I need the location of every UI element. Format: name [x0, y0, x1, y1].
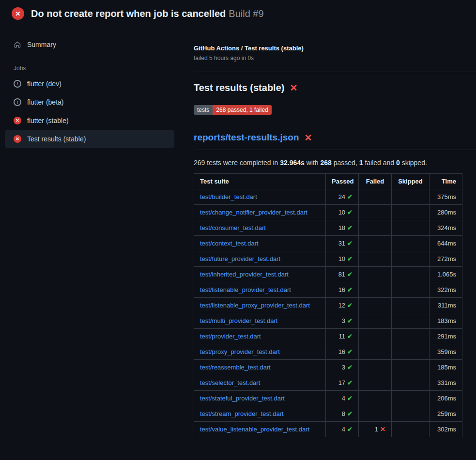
- suite-link[interactable]: test/consumer_test.dart: [200, 224, 266, 231]
- suite-link[interactable]: test/change_notifier_provider_test.dart: [200, 209, 307, 216]
- report-file-link[interactable]: reports/test-results.json: [194, 132, 299, 143]
- sidebar-job-item[interactable]: !flutter (beta): [5, 93, 174, 111]
- failed-cell: [359, 360, 392, 375]
- skipped-cell: [392, 329, 430, 344]
- suite-cell: test/inherited_provider_test.dart: [194, 267, 326, 282]
- table-row: test/selector_test.dart17✔331ms: [194, 375, 462, 391]
- failed-cell: [359, 298, 392, 313]
- job-label: flutter (dev): [27, 80, 61, 88]
- failed-cell: [359, 375, 392, 391]
- passed-cell: 31✔: [326, 236, 359, 251]
- failed-cell: [359, 267, 392, 282]
- check-icon: ✔: [347, 426, 353, 433]
- page-title: Do not create report when job is cancell…: [31, 8, 264, 19]
- table-row: test/listenable_provider_test.dart16✔322…: [194, 282, 462, 298]
- sidebar-job-item[interactable]: !flutter (dev): [5, 75, 174, 93]
- check-icon: ✔: [347, 271, 353, 278]
- sidebar-job-item[interactable]: ✕Test results (stable): [5, 130, 174, 148]
- failed-status-icon: ✕: [12, 7, 24, 20]
- report-heading-wrap: reports/test-results.json ✕: [194, 132, 476, 150]
- passed-cell: 17✔: [326, 375, 359, 391]
- job-label: Test results (stable): [27, 135, 86, 143]
- table-row: test/consumer_test.dart18✔324ms: [194, 220, 462, 236]
- failed-cell: [359, 251, 392, 267]
- sidebar-item-summary[interactable]: Summary: [5, 37, 174, 52]
- sidebar-job-item[interactable]: ✕flutter (stable): [5, 111, 174, 130]
- suite-cell: test/stateful_provider_test.dart: [194, 391, 326, 406]
- suite-link[interactable]: test/context_test.dart: [200, 240, 259, 247]
- job-label: flutter (beta): [27, 98, 63, 106]
- test-results-table: Test suite Passed Failed Skipped Time te…: [194, 173, 462, 437]
- suite-link[interactable]: test/multi_provider_test.dart: [200, 317, 277, 324]
- suite-link[interactable]: test/reassemble_test.dart: [200, 364, 271, 371]
- failed-cell: [359, 205, 392, 220]
- passed-cell: 3✔: [326, 360, 359, 375]
- time-cell: 644ms: [430, 236, 462, 251]
- suite-link[interactable]: test/provider_test.dart: [200, 333, 261, 340]
- passed-cell: 16✔: [326, 282, 359, 298]
- passed-cell: 16✔: [326, 344, 359, 360]
- suite-cell: test/proxy_provider_test.dart: [194, 344, 326, 360]
- suite-cell: test/listenable_proxy_provider_test.dart: [194, 298, 326, 313]
- suite-cell: test/reassemble_test.dart: [194, 360, 326, 375]
- failed-cell: 1✕: [359, 422, 392, 437]
- col-header-passed: Passed: [326, 174, 359, 189]
- time-cell: 324ms: [430, 220, 462, 236]
- skipped-cell: [392, 344, 430, 360]
- table-header-row: Test suite Passed Failed Skipped Time: [194, 174, 462, 189]
- report-heading: reports/test-results.json ✕: [194, 132, 476, 143]
- suite-cell: test/context_test.dart: [194, 236, 326, 251]
- suite-cell: test/change_notifier_provider_test.dart: [194, 205, 326, 220]
- check-icon: ✔: [347, 224, 353, 231]
- run-status-line: failed 5 hours ago in 0s: [194, 55, 461, 61]
- section-heading: Test results (stable) ✕: [194, 82, 461, 93]
- skipped-cell: [392, 406, 430, 422]
- check-icon: ✔: [347, 240, 353, 247]
- suite-link[interactable]: test/listenable_provider_test.dart: [200, 286, 291, 293]
- suite-link[interactable]: test/listenable_proxy_provider_test.dart: [200, 302, 310, 309]
- suite-link[interactable]: test/inherited_provider_test.dart: [200, 271, 289, 278]
- passed-cell: 18✔: [326, 220, 359, 236]
- sidebar: Summary Jobs !flutter (dev)!flutter (bet…: [0, 26, 182, 148]
- badge-value: 268 passed, 1 failed: [213, 105, 271, 115]
- suite-link[interactable]: test/stateful_provider_test.dart: [200, 395, 285, 402]
- skipped-cell: [392, 220, 430, 236]
- check-icon: ✔: [347, 379, 353, 386]
- failed-cell: [359, 313, 392, 329]
- skipped-cell: [392, 205, 430, 220]
- badge-label: tests: [194, 105, 213, 115]
- sidebar-summary-label: Summary: [27, 41, 56, 48]
- failed-cell: [359, 406, 392, 422]
- suite-cell: test/multi_provider_test.dart: [194, 313, 326, 329]
- suite-link[interactable]: test/proxy_provider_test.dart: [200, 348, 280, 355]
- section-title: Test results (stable): [194, 82, 284, 93]
- time-cell: 331ms: [430, 375, 462, 391]
- table-row: test/reassemble_test.dart3✔185ms: [194, 360, 462, 375]
- passed-cell: 12✔: [326, 298, 359, 313]
- time-cell: 206ms: [430, 391, 462, 406]
- time-cell: 322ms: [430, 282, 462, 298]
- failed-cell: [359, 391, 392, 406]
- suite-link[interactable]: test/stream_provider_test.dart: [200, 410, 284, 417]
- passed-cell: 3✔: [326, 313, 359, 329]
- failed-status-icon: ✕: [14, 117, 21, 124]
- build-number: Build #9: [229, 8, 263, 19]
- skipped-cell: [392, 282, 430, 298]
- passed-cell: 81✔: [326, 267, 359, 282]
- suite-link[interactable]: test/selector_test.dart: [200, 379, 260, 386]
- suite-link[interactable]: test/builder_test.dart: [200, 193, 257, 200]
- check-icon: ✔: [347, 193, 353, 200]
- time-cell: 302ms: [430, 422, 462, 437]
- check-icon: ✔: [347, 286, 353, 293]
- tests-badge: tests 268 passed, 1 failed: [194, 105, 272, 115]
- suite-link[interactable]: test/future_provider_test.dart: [200, 255, 280, 262]
- suite-link[interactable]: test/value_listenable_provider_test.dart: [200, 426, 309, 433]
- suite-cell: test/consumer_test.dart: [194, 220, 326, 236]
- check-icon: ✔: [347, 209, 353, 216]
- time-cell: 311ms: [430, 298, 462, 313]
- divider: [194, 72, 476, 72]
- check-icon: ✔: [347, 364, 353, 371]
- skipped-cell: [392, 360, 430, 375]
- col-header-test-suite: Test suite: [194, 174, 326, 189]
- failed-cell: [359, 344, 392, 360]
